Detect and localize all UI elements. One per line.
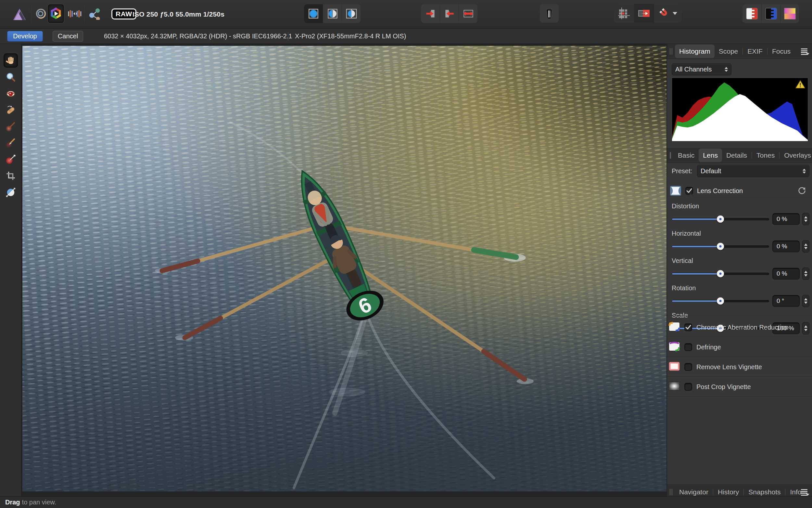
tab-basic[interactable]: Basic (674, 149, 699, 162)
photo-rowing-boat: 6 (22, 46, 667, 492)
transform-origin-button[interactable] (634, 4, 654, 23)
panel-grip[interactable] (670, 152, 671, 159)
view-tool-button[interactable] (4, 53, 18, 68)
channel-select[interactable]: All Channels (672, 64, 731, 75)
lens-correction-checkbox[interactable] (685, 187, 693, 195)
slider-fill (672, 246, 720, 247)
rotation-value[interactable]: 0 ° (772, 295, 800, 307)
tab-divider (713, 489, 713, 495)
tab-overlays[interactable]: Overlays (780, 149, 812, 162)
snapping-button[interactable] (654, 4, 681, 23)
tab-focus[interactable]: Focus (768, 45, 795, 58)
preset-label: Preset: (672, 167, 692, 175)
stepper-down-icon[interactable] (804, 220, 807, 222)
reset-icon[interactable] (798, 186, 806, 195)
tab-exif[interactable]: EXIF (743, 45, 767, 58)
trash-button[interactable] (540, 4, 559, 23)
swap-before-after-button[interactable] (459, 4, 477, 23)
overlay-paint-tool-button[interactable] (4, 119, 18, 134)
tab-lens[interactable]: Lens (699, 149, 722, 162)
stepper-up-icon[interactable] (804, 216, 807, 218)
slider-distortion: Distortion0 % (672, 203, 810, 225)
assistant-snapping-group (614, 4, 681, 23)
canvas-photo[interactable]: 6 (22, 46, 667, 492)
tab-details[interactable]: Details (722, 149, 751, 162)
stepper-down-icon[interactable] (804, 247, 807, 249)
overlay-gradient-tool-button[interactable] (4, 152, 18, 166)
vertical-label: Vertical (672, 257, 810, 264)
stepper-up-icon[interactable] (804, 298, 807, 300)
stepper-down-icon[interactable] (804, 274, 807, 277)
histogram-chart (672, 78, 808, 141)
copy-before-after-button[interactable] (421, 4, 440, 23)
crop-tool-button[interactable] (4, 169, 18, 183)
defringe-thumb-icon (668, 342, 680, 353)
vertical-stepper[interactable] (802, 267, 809, 280)
tab-scope[interactable]: Scope (715, 45, 743, 58)
option-post-crop-vignette: Post Crop Vignette (667, 377, 812, 396)
option-chromatic-aberration-reduction: Chromatic Aberration Reduction (667, 318, 812, 337)
vertical-slider-thumb[interactable] (717, 270, 724, 278)
preset-select[interactable]: Default (697, 165, 809, 177)
panel-grip[interactable] (670, 48, 672, 55)
mirror-view-button[interactable] (342, 4, 361, 23)
slider-fill (672, 300, 720, 302)
defringe-checkbox[interactable] (684, 343, 692, 351)
rotation-slider[interactable] (672, 300, 769, 302)
overlay-erase-tool-icon (5, 137, 16, 148)
copy-after-before-button[interactable] (440, 4, 459, 23)
panel-menu-icon[interactable] (801, 48, 809, 55)
transform-origin-icon (637, 8, 651, 19)
single-view-button[interactable] (304, 4, 323, 23)
status-action: Drag (5, 499, 20, 506)
horizontal-slider-thumb[interactable] (717, 243, 724, 250)
shadow-clipping-button[interactable] (761, 4, 780, 23)
vertical-value[interactable]: 0 % (772, 268, 800, 280)
overlay-erase-tool-button[interactable] (4, 135, 18, 150)
horizontal-stepper[interactable] (802, 240, 809, 253)
rotation-slider-thumb[interactable] (717, 297, 724, 305)
develop-button[interactable]: Develop (7, 31, 43, 42)
distortion-value[interactable]: 0 % (772, 213, 800, 225)
channel-select-stepper (725, 67, 728, 72)
tab-tones[interactable]: Tones (752, 149, 779, 162)
develop-persona-icon (49, 7, 62, 20)
horizontal-value[interactable]: 0 % (772, 241, 800, 252)
ca-reduction-thumb-icon (668, 322, 680, 333)
distortion-slider[interactable] (672, 218, 769, 220)
panel-menu-icon[interactable] (801, 489, 809, 496)
export-persona-button[interactable] (86, 4, 103, 24)
remove-lens-vignette-checkbox[interactable] (684, 363, 692, 371)
swap-before-after-icon (462, 7, 475, 20)
cancel-button[interactable]: Cancel (53, 31, 83, 42)
snapping-options-caret[interactable] (673, 12, 677, 15)
grid-button[interactable] (614, 4, 634, 23)
info-divider (288, 32, 288, 41)
distortion-stepper[interactable] (802, 213, 809, 225)
horizontal-slider[interactable] (672, 245, 769, 248)
distortion-slider-thumb[interactable] (717, 215, 724, 223)
post-crop-vignette-checkbox[interactable] (684, 383, 692, 391)
chromatic-aberration-reduction-checkbox[interactable] (684, 324, 692, 331)
overlay-paint-tool-icon (5, 121, 16, 132)
stepper-down-icon[interactable] (804, 302, 807, 304)
clipping-warning-icon[interactable] (796, 80, 805, 90)
affinity-develop-window: RAW ISO 250 ƒ5.0 55.0mm 1/250s (0, 0, 812, 508)
red-eye-removal-tool-button[interactable] (4, 86, 18, 101)
vertical-slider[interactable] (672, 273, 769, 275)
stepper-up-icon[interactable] (804, 244, 807, 246)
tab-histogram[interactable]: Histogram (675, 45, 715, 58)
tone-clipping-button[interactable] (780, 4, 799, 23)
blemish-removal-tool-button[interactable] (4, 103, 18, 117)
rotation-stepper[interactable] (802, 295, 809, 307)
stepper-up-icon[interactable] (804, 271, 807, 273)
liquify-persona-button[interactable] (33, 4, 49, 24)
highlight-clipping-button[interactable] (743, 4, 761, 23)
remove-lens-vignette-label: Remove Lens Vignette (697, 364, 762, 371)
tone-mapping-persona-button[interactable] (66, 4, 83, 24)
develop-persona-button[interactable] (47, 4, 64, 24)
split-view-button[interactable] (323, 4, 342, 23)
straighten-tool-button[interactable] (4, 185, 18, 200)
zoom-tool-button[interactable] (4, 70, 18, 84)
panel-grip[interactable] (670, 489, 672, 495)
